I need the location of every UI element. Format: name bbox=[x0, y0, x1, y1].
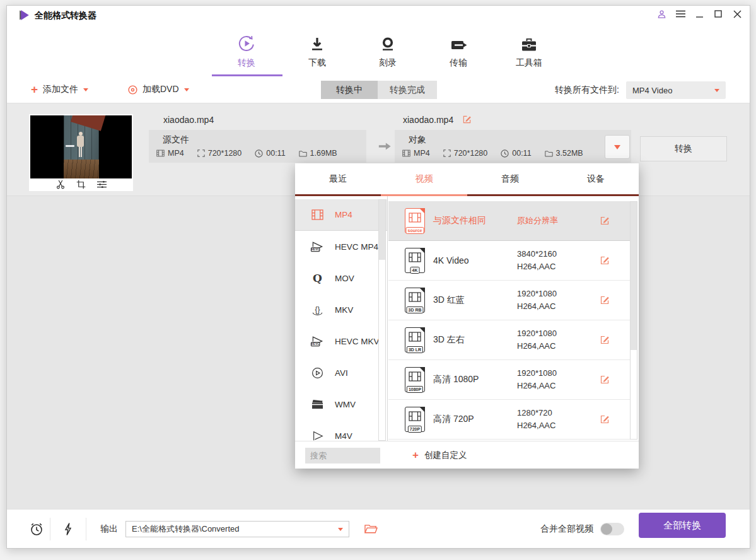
format-item-m4v[interactable]: M4V bbox=[295, 420, 388, 441]
format-label: WMV bbox=[335, 400, 356, 409]
tab-device[interactable]: 设备 bbox=[553, 163, 639, 194]
preset-list-scrollbar[interactable] bbox=[630, 201, 637, 440]
edit-preset-icon[interactable] bbox=[600, 216, 610, 226]
preset-title: 与源文件相同 bbox=[433, 215, 517, 226]
format-label: MKV bbox=[335, 305, 353, 315]
nav-download[interactable]: 下载 bbox=[293, 25, 341, 76]
4k-preset-icon: 4K bbox=[405, 248, 425, 273]
add-files-button[interactable]: + 添加文件 bbox=[31, 76, 88, 103]
thumbnail-image bbox=[64, 115, 99, 178]
target-format-dropdown-button[interactable] bbox=[605, 135, 630, 159]
film-icon bbox=[156, 149, 165, 157]
nav-toolbox[interactable]: 工具箱 bbox=[505, 25, 553, 76]
play-circle-icon bbox=[310, 367, 325, 379]
burn-disc-icon bbox=[380, 34, 395, 53]
high-speed-icon[interactable] bbox=[64, 522, 73, 535]
preset-4k[interactable]: 4K 4K Video 3840*2160H264,AAC bbox=[388, 241, 630, 281]
edit-preset-icon[interactable] bbox=[600, 335, 610, 345]
effects-icon[interactable] bbox=[96, 180, 107, 189]
nav-transfer-label: 传输 bbox=[450, 57, 467, 69]
add-files-label: 添加文件 bbox=[43, 84, 78, 95]
preset-3d-rb[interactable]: 3D RB 3D 红蓝 1920*1080H264,AAC bbox=[388, 281, 630, 320]
format-label: M4V bbox=[335, 431, 352, 441]
account-icon[interactable] bbox=[656, 9, 666, 19]
format-item-mp4[interactable]: MP4 bbox=[295, 199, 388, 231]
schedule-timer-icon[interactable] bbox=[29, 522, 44, 537]
open-folder-icon[interactable] bbox=[364, 524, 378, 534]
create-custom-button[interactable]: + 创建自定义 bbox=[412, 441, 467, 469]
chevron-down-icon bbox=[184, 88, 189, 91]
format-item-mkv[interactable]: {} MKV bbox=[295, 294, 388, 325]
tab-converting[interactable]: 转换中 bbox=[321, 81, 378, 99]
format-item-mov[interactable]: Q MOV bbox=[295, 262, 388, 294]
tab-recent[interactable]: 最近 bbox=[295, 163, 381, 194]
edit-preset-icon[interactable] bbox=[600, 414, 610, 424]
3d-rb-preset-icon: 3D RB bbox=[405, 288, 425, 313]
format-label: MOV bbox=[335, 274, 354, 283]
tab-converted[interactable]: 转换完成 bbox=[378, 81, 437, 99]
menu-icon[interactable] bbox=[675, 9, 685, 19]
quicktime-icon: Q bbox=[310, 273, 325, 284]
load-dvd-button[interactable]: 加载DVD bbox=[128, 76, 189, 103]
edit-preset-icon[interactable] bbox=[600, 255, 610, 265]
merge-all-toggle[interactable] bbox=[600, 523, 624, 535]
m4v-play-icon bbox=[310, 430, 325, 441]
convert-button[interactable]: 转换 bbox=[640, 136, 727, 161]
source-preset-icon: source bbox=[405, 208, 425, 233]
edit-preset-icon[interactable] bbox=[600, 295, 610, 305]
app-logo-icon bbox=[17, 9, 30, 21]
format-item-wmv[interactable]: WMV bbox=[295, 388, 388, 420]
convert-all-files-label: 转换所有文件到: bbox=[555, 85, 619, 96]
preset-resolution: 1920*1080 bbox=[517, 289, 557, 298]
trim-icon[interactable] bbox=[55, 179, 66, 189]
format-item-avi[interactable]: AVI bbox=[295, 357, 388, 388]
maximize-button[interactable] bbox=[713, 9, 723, 19]
target-format: MP4 bbox=[414, 149, 430, 158]
video-thumbnail[interactable] bbox=[30, 115, 132, 178]
preset-hd-720p[interactable]: 720P 高清 720P 1280*720H264,AAC bbox=[388, 400, 630, 440]
format-label: HEVC MKV bbox=[335, 337, 380, 346]
preset-same-as-source[interactable]: source 与源文件相同 原始分辨率 bbox=[388, 201, 630, 241]
nav-burn[interactable]: 刻录 bbox=[364, 25, 412, 76]
preset-title: 高清 1080P bbox=[433, 374, 517, 385]
nav-convert[interactable]: 转换 bbox=[223, 25, 270, 76]
video-thumbnail-card bbox=[29, 114, 133, 191]
preset-resolution: 1280*720 bbox=[517, 408, 552, 417]
panel-footer: + 创建自定义 bbox=[295, 441, 639, 469]
edit-preset-icon[interactable] bbox=[600, 375, 610, 385]
preset-resolution: 3840*2160 bbox=[517, 249, 557, 259]
nav-transfer[interactable]: 传输 bbox=[434, 25, 482, 76]
format-label: AVI bbox=[335, 368, 348, 378]
active-nav-underline bbox=[212, 74, 282, 76]
transfer-icon bbox=[450, 34, 467, 53]
dvd-disc-icon bbox=[128, 85, 137, 95]
tab-audio[interactable]: 音频 bbox=[467, 163, 553, 194]
app-title: 全能格式转换器 bbox=[35, 10, 96, 21]
plus-icon: + bbox=[31, 83, 38, 95]
convert-icon bbox=[237, 34, 256, 53]
preset-3d-lr[interactable]: 3D LR 3D 左右 1920*1080H264,AAC bbox=[388, 320, 630, 360]
preset-hd-1080p[interactable]: 1080P 高清 1080P 1920*1080H264,AAC bbox=[388, 360, 630, 400]
format-item-hevc-mkv[interactable]: HEVC HEVC MKV bbox=[295, 325, 388, 357]
folder-icon bbox=[299, 150, 307, 157]
toolbar: + 添加文件 加载DVD 转换中 转换完成 转换所有文件到: MP4 Video bbox=[7, 76, 750, 103]
preset-codec: H264,AAC bbox=[517, 421, 555, 430]
crop-icon[interactable] bbox=[76, 180, 86, 189]
format-list-scrollbar[interactable] bbox=[378, 199, 386, 441]
clapperboard-icon bbox=[310, 399, 325, 410]
svg-text:{}: {} bbox=[315, 305, 320, 313]
preset-resolution: 1920*1080 bbox=[517, 329, 557, 338]
close-button[interactable] bbox=[732, 9, 742, 19]
preset-codec: H264,AAC bbox=[517, 301, 555, 311]
3d-lr-preset-icon: 3D LR bbox=[405, 327, 425, 353]
output-path-input[interactable] bbox=[132, 525, 338, 534]
chevron-down-icon bbox=[614, 145, 620, 149]
minimize-button[interactable] bbox=[694, 9, 704, 19]
output-format-dropdown[interactable]: MP4 Video bbox=[626, 81, 726, 99]
search-input[interactable] bbox=[305, 448, 380, 464]
output-path-box[interactable] bbox=[125, 521, 349, 537]
convert-all-button[interactable]: 全部转换 bbox=[639, 513, 726, 538]
format-item-hevc-mp4[interactable]: HEVC HEVC MP4 bbox=[295, 231, 388, 262]
tab-video[interactable]: 视频 bbox=[381, 163, 467, 194]
rename-edit-icon[interactable] bbox=[462, 115, 472, 124]
